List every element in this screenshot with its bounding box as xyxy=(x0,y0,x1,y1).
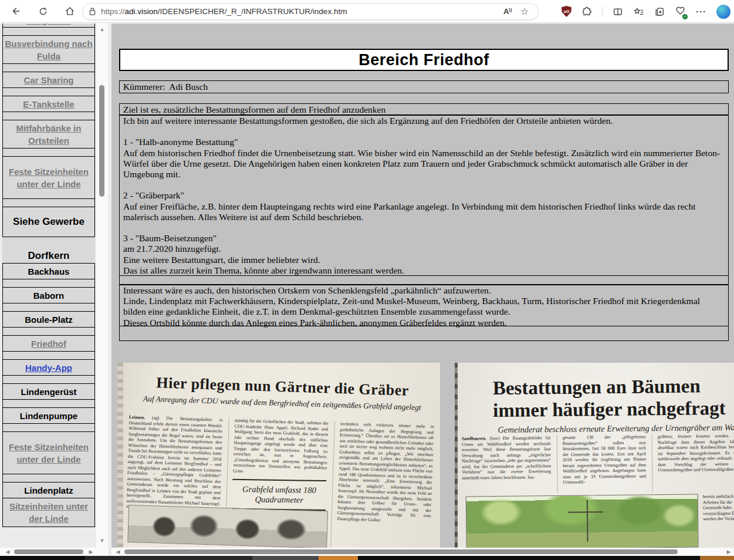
body-line xyxy=(123,180,725,190)
pull-quote-inset: Grabfeld umfasst 180 Quadratmeter xyxy=(232,479,327,511)
taskbar-segment xyxy=(319,556,358,560)
refresh-icon xyxy=(38,6,48,16)
spacer-row xyxy=(119,275,729,285)
content-rows: Ziel ist es, zusätzliche Bestattungsform… xyxy=(119,104,729,341)
sidebar-item-friedhof[interactable]: Friedhof xyxy=(2,335,95,352)
note-row: Interessant wäre es auch, den historisch… xyxy=(119,284,729,326)
right-article-photo xyxy=(466,494,699,548)
sidebar-heading-dorfkern: Dorfkern xyxy=(2,249,95,263)
note-line: Linde, Lindenplatz mit Fachwerkhäusern, … xyxy=(123,296,725,317)
add-tab-collections-icon[interactable] xyxy=(654,6,665,17)
sidebar-hscroll-thumb[interactable] xyxy=(14,549,83,554)
body-row: Ich bin auf weitere interessante Bestatt… xyxy=(119,114,729,276)
right-article-headline-line2: immer häufiger nachgefragt xyxy=(459,396,734,421)
torn-edge-right-paper xyxy=(455,363,458,548)
profile-avatar[interactable] xyxy=(716,5,730,19)
body-line: Eine weitere Bestattungsart, die immer b… xyxy=(123,255,725,265)
browser-toolbar: https://adi.vision/IDEENSPEICHER/_R_/INF… xyxy=(0,0,734,23)
home-button[interactable] xyxy=(60,2,80,20)
left-article-column-1: Leimen. (sg) Die Bestattungskultur in De… xyxy=(126,414,223,514)
body-line xyxy=(123,222,725,233)
collections-favorites-icon[interactable] xyxy=(633,6,644,17)
home-icon xyxy=(65,6,75,16)
lock-icon xyxy=(89,7,96,16)
right-article-column-2: gesamt 130 der „pflegefreien Baumurnengr… xyxy=(557,434,647,492)
left-article-photo xyxy=(127,505,328,548)
url-text: https://adi.vision/IDEENSPEICHER/_R_/INF… xyxy=(101,7,347,16)
page-content: Bürgerbus Busverbindung nach Fulda Car S… xyxy=(0,23,734,556)
sidebar-gap xyxy=(2,237,95,249)
sidebar-item-baborn: Baborn xyxy=(2,287,95,304)
scroll-left-arrow-icon[interactable]: ◀ xyxy=(4,548,12,556)
browser-window: https://adi.vision/IDEENSPEICHER/_R_/INF… xyxy=(0,0,734,560)
taskbar-segment xyxy=(85,556,252,560)
newspaper-article-right: Bestattungen an Bäumen immer häufiger na… xyxy=(455,363,734,548)
sidebar-item-lindenplatz: Lindenplatz xyxy=(2,482,95,499)
sidebar-item-handy-app[interactable]: Handy-App xyxy=(2,359,95,376)
sidebar-item-lindengeruest: Lindengerüst xyxy=(2,383,95,400)
sidebar-item-sitzeinheiten-linde[interactable]: Sitzeinheiten unter der Linde xyxy=(2,498,95,527)
address-bar[interactable]: https://adi.vision/IDEENSPEICHER/_R_/INF… xyxy=(82,3,539,20)
browser-essentials-button[interactable]: ✓ xyxy=(675,5,686,18)
read-aloud-button[interactable]: A)) xyxy=(503,7,512,16)
scroll-right-arrow-icon[interactable]: ▶ xyxy=(725,548,733,556)
right-article-column-3-continued: bereits mehrfach Arbeiten für die Gemein… xyxy=(703,494,734,548)
body-line: am 21.7.2020 hinzugefügt. xyxy=(123,244,725,254)
url-host: adi.vision xyxy=(125,7,158,16)
body-line: 2 - "Gräberpark" xyxy=(123,190,725,201)
extension-icon[interactable] xyxy=(581,6,592,17)
ublock-extension-icon[interactable]: uO xyxy=(562,6,571,17)
scroll-down-arrow-icon[interactable]: ▼ xyxy=(96,536,108,545)
back-button[interactable] xyxy=(6,2,26,20)
sidebar-item-siehe-gewerbe: Siehe Gewerbe xyxy=(2,207,95,237)
goal-row: Ziel ist es, zusätzliche Bestattungsform… xyxy=(119,103,729,116)
sidebar-item-car-sharing[interactable]: Car Sharing xyxy=(2,72,95,89)
url-path: /IDEENSPEICHER/_R_/INFRASTRUKTUR/index.h… xyxy=(158,7,347,16)
body-line: 3 - "Baum-Beisetzungen" xyxy=(123,233,725,244)
sidebar-item-e-tankstelle[interactable]: E-Tankstelle xyxy=(2,96,95,113)
favorite-star-button[interactable]: ☆ xyxy=(520,6,529,17)
page-title: Bereich Friedhof xyxy=(358,51,489,69)
toolbar-divider xyxy=(602,6,603,17)
right-article-dateline: Sandhausen. xyxy=(462,436,486,441)
page-title-box: Bereich Friedhof xyxy=(119,49,729,71)
note-line: Interessant wäre es auch, den historisch… xyxy=(123,285,725,296)
sidebar-vscroll-thumb[interactable] xyxy=(99,85,104,197)
body-line: Auf dem historischen Friedhof findet die… xyxy=(123,148,725,180)
kuemmerer-box: Kümmerer: Adi Busch xyxy=(119,80,729,93)
taskbar-segment xyxy=(252,556,319,560)
main-horizontal-scrollbar[interactable]: ◀ ▶ xyxy=(111,548,734,556)
left-article-dateline: Leimen. xyxy=(129,414,145,420)
sidebar-vertical-scrollbar[interactable]: ▲ ▼ xyxy=(96,23,108,548)
sidebar-item-boule-platz: Boule-Platz xyxy=(2,311,95,328)
right-article-headline-line1: Bestattungen an Bäumen xyxy=(459,374,734,399)
body-line: 1 - "Halb-anonyme Bestattung" xyxy=(123,137,725,147)
settings-more-button[interactable]: ··· xyxy=(696,6,706,16)
sidebar-item-lindenpumpe: Lindenpumpe xyxy=(2,407,95,424)
right-article-column-3: gräbern; letztere können werden. Die Nac… xyxy=(652,433,734,492)
split-screen-icon[interactable] xyxy=(613,6,623,17)
sidebar-item-feste-sitzeinheiten-2[interactable]: Feste Sitzeinheiten unter der Linde xyxy=(2,431,95,475)
right-article-column-1: Sandhausen. (luw) Die Baumgrabfelder für… xyxy=(462,435,552,494)
left-article-column-3: verändern sich vielerorts immer mehr in … xyxy=(330,421,434,548)
taskbar-segment xyxy=(700,556,734,560)
sidebar-item-busverbindung[interactable]: Busverbindung nach Fulda xyxy=(2,35,95,65)
back-icon xyxy=(11,6,21,16)
main-hscroll-thumb[interactable] xyxy=(124,549,678,554)
scroll-up-arrow-icon[interactable]: ▲ xyxy=(96,25,108,34)
scroll-left-arrow-icon[interactable]: ◀ xyxy=(114,548,122,556)
url-protocol: https:// xyxy=(101,7,125,16)
body-line: Das ist alles zurzeit kein Thema, könnte… xyxy=(123,265,725,276)
essentials-check-badge: ✓ xyxy=(682,14,688,19)
sidebar-item-feste-sitzeinheiten-1[interactable]: Feste Sitzeinheiten unter der Linde xyxy=(2,156,95,200)
sidebar-item-backhaus: Backhaus xyxy=(2,263,95,280)
body-line: Ich bin auf weitere interessante Bestatt… xyxy=(123,116,725,126)
sidebar-item-mitfahrbaenke[interactable]: Mitfahrbänke in Ortsteilen xyxy=(2,120,95,149)
main-content-frame: Bereich Friedhof Kümmerer: Adi Busch Zie… xyxy=(111,23,734,556)
sidebar-horizontal-scrollbar[interactable]: ◀ ▶ xyxy=(0,548,108,556)
newspaper-scans: Hier pflegen nun Gärtner die Gräber Auf … xyxy=(111,363,734,548)
scroll-right-arrow-icon[interactable]: ▶ xyxy=(87,548,95,556)
taskbar-sliver xyxy=(0,556,734,560)
navigation-sidebar: Bürgerbus Busverbindung nach Fulda Car S… xyxy=(0,23,111,556)
refresh-button[interactable] xyxy=(33,2,53,20)
